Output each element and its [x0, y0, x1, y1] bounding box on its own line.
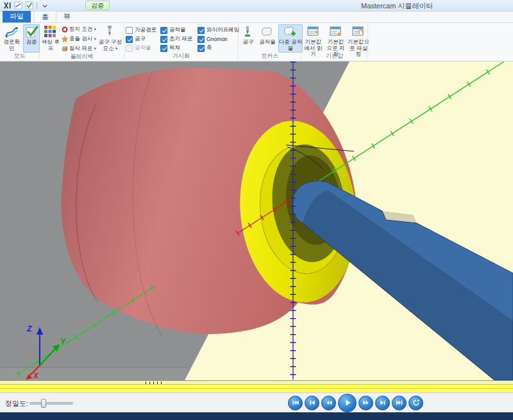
- ribbon-group-mode: 경로확인 검증 모드: [0, 23, 40, 61]
- checkbox-initial-stock[interactable]: 초기 재료: [160, 35, 196, 44]
- color-loop-icon: [44, 25, 58, 39]
- slider-thumb[interactable]: [41, 399, 46, 408]
- checkbox-tool[interactable]: 공구: [126, 35, 159, 44]
- verify-mode-button[interactable]: 검증: [23, 24, 40, 53]
- backplot-quick-icon[interactable]: [13, 1, 22, 10]
- playback-options-stack: 정지 조건 ▾ 충돌 검사 ▾ 절삭 재료: [62, 24, 96, 53]
- checkbox-axes[interactable]: 축: [198, 44, 237, 53]
- window-title: Mastercam 시뮬레이터: [361, 1, 433, 11]
- toolbar-separator: [37, 2, 37, 9]
- tab-home[interactable]: 홈: [34, 11, 56, 22]
- checkbox-toolpath[interactable]: 가공경로: [126, 26, 159, 35]
- title-bar: 검증 Mastercam 시뮬레이터: [0, 0, 513, 12]
- verify-quick-icon[interactable]: [24, 1, 33, 10]
- stop-conditions-icon: [62, 26, 68, 33]
- defaults-load-button[interactable]: 기본값에서 읽기: [303, 24, 324, 53]
- jump-to-end-button[interactable]: [392, 396, 407, 410]
- group-label-playback: 플레이백: [40, 53, 124, 61]
- backplot-icon: [4, 25, 19, 39]
- checkbox-box: [160, 27, 167, 34]
- dropdown-arrow-icon: ▾: [94, 37, 96, 42]
- defaults-reset-button[interactable]: 기본값으로 재설정: [348, 24, 369, 53]
- stop-conditions-dropdown[interactable]: 정지 조건 ▾: [62, 25, 96, 34]
- multi-workpiece-icon: [283, 25, 298, 39]
- collision-check-dropdown[interactable]: 충돌 검사 ▾: [62, 35, 96, 44]
- timeline-tick: [161, 382, 162, 384]
- checkbox-box: [160, 36, 167, 43]
- group-label-defaults: 기본값: [301, 53, 367, 61]
- checkbox-box: [198, 45, 205, 52]
- timeline-tick: [149, 382, 150, 384]
- ribbon-group-visibility: 가공경로 공구 공작물 공작물 초기 재료 픽쳐: [124, 23, 239, 61]
- dropdown-arrow-icon: ▾: [94, 27, 96, 32]
- tab-view[interactable]: 뷰: [56, 11, 78, 22]
- checkbox-workpiece-secondary[interactable]: 공작물: [126, 44, 159, 53]
- verify-icon: [24, 25, 38, 39]
- checkbox-wireframe[interactable]: 와이어프레임: [198, 26, 237, 35]
- checkbox-fixture[interactable]: 픽쳐: [160, 44, 196, 53]
- quick-access-dropdown-icon[interactable]: [40, 1, 49, 10]
- jump-to-start-button[interactable]: [288, 396, 303, 410]
- group-label-focus: 포커스: [239, 53, 301, 61]
- repeat-button[interactable]: [408, 396, 423, 410]
- quick-access-toolbar: [0, 1, 49, 10]
- group-label-mode: 모드: [0, 53, 39, 61]
- playback-timeline[interactable]: [0, 380, 513, 392]
- ribbon-tab-row: 파일 홈 뷰: [0, 12, 513, 23]
- y-axis-label: Y: [60, 337, 66, 346]
- checkbox-box: [126, 45, 133, 52]
- tool-components-dropdown[interactable]: 공구 구성 요소 ▾: [97, 24, 123, 53]
- z-axis-label: Z: [26, 324, 32, 333]
- focus-workpiece-button[interactable]: 공작물: [258, 24, 277, 53]
- defaults-save-icon: [329, 25, 343, 39]
- x-axis-label: X: [33, 371, 39, 380]
- contextual-tab-group-label: 검증: [85, 1, 110, 10]
- ribbon-spacer: [368, 23, 513, 61]
- playback-buttons: [288, 393, 423, 412]
- play-button[interactable]: [338, 394, 357, 412]
- precision-slider[interactable]: [29, 398, 73, 408]
- playback-controls-bar: 정밀도:: [0, 392, 513, 412]
- cut-material-icon: [62, 46, 68, 52]
- cut-material-dropdown[interactable]: 절삭 재료 ▾: [62, 44, 96, 53]
- timeline-track-top: [0, 381, 513, 385]
- checkbox-box: [160, 45, 167, 52]
- ribbon-group-focus: 공구 공작물 다중 공작물 포커스: [239, 23, 301, 61]
- previous-operation-button[interactable]: [305, 396, 319, 410]
- collision-check-icon: [62, 36, 68, 42]
- tab-file[interactable]: 파일: [3, 11, 31, 22]
- checkbox-box: [198, 36, 205, 43]
- timeline-tick: [157, 382, 158, 384]
- timeline-tick: [146, 382, 146, 384]
- defaults-load-icon: [307, 25, 321, 39]
- workpiece-blob-icon: [260, 25, 274, 39]
- focus-multi-workpiece-button[interactable]: 다중 공작물: [278, 24, 303, 53]
- slider-track: [29, 402, 73, 405]
- mastercam-logo-icon: [3, 1, 12, 10]
- ribbon-group-defaults: 기본값에서 읽기 기본값으로 저장 기본값으로 재설정 기본값: [301, 23, 368, 61]
- checkbox-box: [126, 27, 133, 34]
- backplot-mode-button[interactable]: 경로확인: [1, 24, 22, 53]
- dropdown-arrow-icon: ▾: [94, 46, 96, 51]
- checkbox-box: [198, 27, 205, 34]
- color-loop-button[interactable]: 색상 루프: [41, 24, 60, 53]
- precision-label: 정밀도:: [5, 399, 28, 408]
- checkbox-box: [126, 36, 133, 43]
- next-operation-button[interactable]: [375, 396, 390, 410]
- mastercam-simulator-window: 검증 Mastercam 시뮬레이터 파일 홈 뷰 경로확인: [0, 0, 513, 420]
- step-forward-button[interactable]: [358, 396, 373, 410]
- dropdown-arrow-icon: ▾: [115, 46, 118, 51]
- viewport-3d[interactable]: Z Y X: [0, 62, 513, 380]
- checkbox-workpiece[interactable]: 공작물: [160, 26, 196, 35]
- checkbox-gnomon[interactable]: Gnomon: [198, 35, 237, 44]
- defaults-save-button[interactable]: 기본값으로 저장: [325, 24, 346, 53]
- tool-components-icon: [103, 25, 117, 39]
- visibility-checkbox-grid: 가공경로 공구 공작물 공작물 초기 재료 픽쳐: [126, 24, 237, 53]
- defaults-reset-icon: [351, 25, 366, 39]
- ribbon-group-playback: 색상 루프 정지 조건 ▾ 충돌 검사: [40, 23, 124, 61]
- focus-tool-button[interactable]: 공구: [240, 24, 256, 53]
- step-backward-button[interactable]: [321, 396, 336, 410]
- focus-tool-icon: [241, 25, 255, 39]
- timeline-tick: [153, 382, 154, 384]
- status-bar: [0, 412, 513, 420]
